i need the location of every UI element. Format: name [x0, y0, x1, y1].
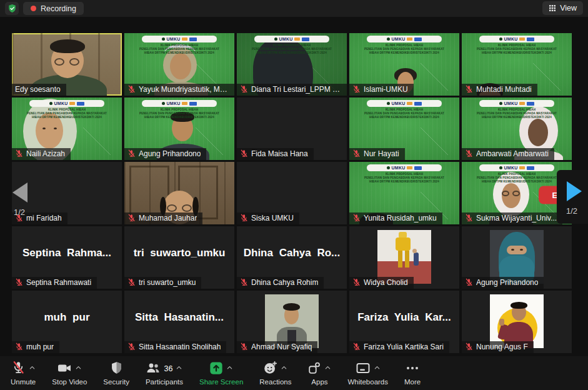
page-indicator-left: 1/2 [14, 208, 25, 217]
next-page-arrow[interactable] [567, 181, 582, 201]
participant-name: Naili Azizah [26, 149, 65, 158]
muted-mic-icon [240, 85, 248, 94]
banner-logo-chip [527, 166, 534, 170]
share-screen-button[interactable]: Share Screen [191, 356, 251, 390]
participant-tile[interactable]: Edy soesanto [12, 33, 122, 96]
participant-tile[interactable]: Fida Maisa Hana [237, 98, 347, 160]
participant-name-label: Islami-UMKU [349, 84, 414, 96]
participant-tile[interactable]: Nunung Agus F [462, 291, 572, 353]
participants-button[interactable]: 36Participants [137, 356, 191, 390]
apps-menu-chevron[interactable] [324, 364, 331, 372]
participant-name-label: Septina Rahmawati [12, 277, 97, 289]
participant-tile[interactable]: tri suwarto_umkutri suwarto_umku [124, 226, 234, 289]
chevron-up-icon[interactable] [75, 364, 82, 371]
previous-page-arrow[interactable] [12, 182, 27, 202]
apps-button[interactable]: Apps [299, 356, 339, 390]
banner-logo-chip [414, 102, 422, 106]
unmute-menu-chevron[interactable] [29, 364, 36, 372]
whiteboards-menu-chevron[interactable] [374, 364, 381, 372]
view-button[interactable]: View [542, 1, 583, 15]
participant-tile[interactable]: UMKUKLINIK PROPOSAL HIBAHPENELITIAN DAN … [462, 33, 572, 96]
participant-name-label: Fariza Yulia Kartika Sari [349, 341, 449, 353]
banner-logo-chip [414, 166, 422, 170]
apps-label: Apps [311, 378, 327, 386]
participant-tile[interactable]: UMKUKLINIK PROPOSAL HIBAHPENELITIAN DAN … [124, 33, 234, 96]
meeting-info-shield-button[interactable] [5, 2, 19, 15]
participant-name-label: Siska UMKU [237, 212, 299, 224]
virtual-background-banner: UMKU [142, 100, 217, 107]
umku-logo-icon [499, 102, 502, 105]
apps-icon [307, 361, 321, 376]
muted-mic-icon [127, 214, 136, 222]
participant-tile[interactable]: UMKUKLINIK PROPOSAL HIBAHPENELITIAN DAN … [462, 162, 572, 224]
recording-indicator: Recording [23, 2, 84, 15]
participant-name-label: Ahmad Nur Syafiq [237, 341, 317, 353]
participant-grid: Edy soesantoUMKUKLINIK PROPOSAL HIBAHPEN… [12, 33, 572, 353]
participant-tile[interactable]: UMKUKLINIK PROPOSAL HIBAHPENELITIAN DAN … [349, 33, 459, 96]
muted-mic-icon [465, 342, 473, 351]
participant-tile[interactable]: muh purmuh pur [12, 291, 122, 353]
umku-logo-icon [274, 38, 277, 41]
participant-name-label: Agung Prihandono [462, 277, 544, 289]
banner-logo-chip [294, 38, 300, 41]
participant-tile[interactable]: UMKUKLINIK PROPOSAL HIBAHPENELITIAN DAN … [237, 33, 347, 96]
participant-tile[interactable]: mi Faridah [12, 162, 122, 224]
chevron-up-icon[interactable] [29, 364, 36, 371]
participant-name: Yunita Rusidah_umku [364, 214, 437, 222]
security-button[interactable]: Security [95, 356, 137, 390]
virtual-background-text: KLINIK PROPOSAL HIBAHPENELITIAN DAN PENG… [462, 108, 572, 119]
whiteboards-button[interactable]: Whiteboards [339, 356, 396, 390]
share-screen-icon [209, 361, 223, 376]
participant-tile[interactable]: Ahmad Nur Syafiq [237, 291, 347, 353]
banner-logo-chip [407, 102, 412, 105]
more-label: More [404, 378, 421, 386]
participant-name: Muhtadi Muhtadi [476, 85, 532, 94]
participant-name-label: Muhamad Jauhar [124, 212, 202, 224]
recording-dot-icon [31, 6, 36, 11]
muted-mic-icon [352, 85, 361, 94]
participant-tile[interactable]: Septina Rahma...Septina Rahmawati [12, 226, 122, 289]
participant-name-label: Widya Cholid [349, 277, 414, 289]
unmute-button[interactable]: Unmute [2, 356, 44, 390]
participants-menu-chevron[interactable] [176, 364, 182, 372]
participant-tile[interactable]: UMKUKLINIK PROPOSAL HIBAHPENELITIAN DAN … [124, 98, 234, 160]
umku-logo-text: UMKU [504, 101, 518, 106]
participant-tile[interactable]: Siska UMKU [237, 162, 347, 224]
more-button[interactable]: More [396, 356, 429, 390]
page-indicator-right: 1/2 [566, 206, 577, 216]
zoom-meeting-window: Recording View Edy soesantoUMKUKLINIK PR… [0, 0, 588, 390]
stop-video-menu-chevron[interactable] [75, 364, 82, 372]
recording-label: Recording [41, 4, 76, 13]
participant-tile[interactable]: Dhina Cahya Ro...Dhina Cahya Rohim [237, 226, 347, 289]
stop-video-button[interactable]: Stop Video [44, 356, 95, 390]
chevron-up-icon[interactable] [176, 364, 182, 371]
participant-tile[interactable]: UMKUKLINIK PROPOSAL HIBAHPENELITIAN DAN … [349, 98, 459, 160]
muted-mic-icon [465, 85, 473, 94]
participant-name-label: Naili Azizah [12, 148, 71, 160]
umku-logo-text: UMKU [167, 101, 181, 106]
participant-tile[interactable]: UMKUKLINIK PROPOSAL HIBAHPENELITIAN DAN … [462, 98, 572, 160]
share-screen-menu-chevron[interactable] [226, 364, 233, 372]
chevron-up-icon[interactable] [281, 364, 287, 371]
chevron-up-icon[interactable] [324, 364, 331, 371]
participant-name: Siska UMKU [251, 214, 294, 222]
participant-tile[interactable]: Muhamad Jauhar [124, 162, 234, 224]
chevron-up-icon[interactable] [226, 364, 233, 371]
participant-name: Nunung Agus F [476, 342, 528, 351]
participant-name: Agung Prihandono [476, 278, 538, 287]
reactions-button[interactable]: Reactions [251, 356, 299, 390]
participant-tile[interactable]: Agung Prihandono [462, 226, 572, 289]
unmute-label: Unmute [11, 378, 36, 386]
participant-tile[interactable]: Widya Cholid [349, 226, 459, 289]
participant-tile[interactable]: UMKUKLINIK PROPOSAL HIBAHPENELITIAN DAN … [349, 162, 459, 224]
chevron-up-icon[interactable] [374, 364, 381, 371]
reactions-menu-chevron[interactable] [281, 364, 287, 372]
participant-tile[interactable]: Sitta Hasanatin...Sitta Hasanatin Sholih… [124, 291, 234, 353]
participant-name: Islami-UMKU [364, 85, 408, 94]
participant-display-name: tri suwarto_umku [127, 247, 232, 259]
view-label: View [560, 4, 577, 12]
participant-tile[interactable]: Fariza Yulia Kar...Fariza Yulia Kartika … [349, 291, 459, 353]
participant-tile[interactable]: UMKUKLINIK PROPOSAL HIBAHPENELITIAN DAN … [12, 98, 122, 160]
participant-name-label: Fida Maisa Hana [237, 148, 314, 160]
umku-logo-text: UMKU [504, 166, 518, 170]
